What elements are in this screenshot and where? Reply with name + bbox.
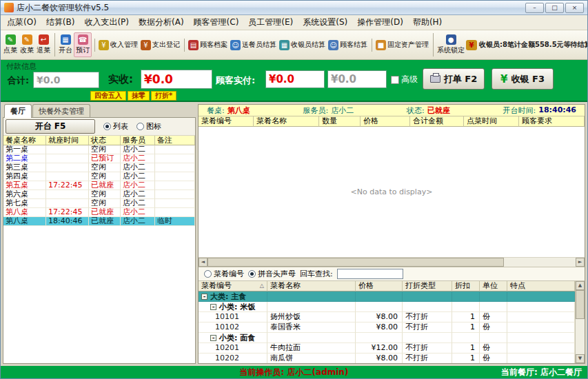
menu-row[interactable]: -小类: 米饭 (199, 302, 575, 312)
toolbar-button-label: 改菜 (20, 45, 34, 55)
toolbar-button[interactable]: ▦ 开台 (54, 33, 74, 57)
toolbar-button[interactable]: ▤ 顾客档案 (184, 39, 229, 52)
menu-row[interactable]: -10101 扬州炒饭 ¥8.00 不打折 1 份 (199, 312, 575, 322)
table-row[interactable]: 第四桌 空闲 店小二 (3, 172, 195, 181)
maximize-button[interactable]: □ (545, 3, 564, 13)
dish-search-input[interactable] (337, 269, 403, 279)
scroll-left-icon[interactable]: ◄ (199, 258, 207, 267)
horizontal-scrollbar[interactable]: ◄ ► (199, 258, 585, 267)
order-grid-header: 菜肴编号 菜肴名称 数量 价格 合计金额 点菜时间 顾客要求 (199, 116, 585, 127)
current-status-value: 已就座 (427, 105, 450, 116)
current-table-value: 第八桌 (227, 105, 250, 116)
discount-button[interactable]: 打折* (151, 91, 176, 101)
search-by-pinyin-radio[interactable]: 拼音头声母 (248, 269, 296, 279)
table-row[interactable]: 第六桌 空闲 店小二 (3, 190, 195, 199)
title-bar: 店小二餐饮管理软件v5.5 – □ × (1, 1, 587, 15)
menu-row[interactable]: -10102 泰国香米 ¥8.00 不打折 1 份 (199, 322, 575, 333)
collapse-icon[interactable]: - (210, 335, 216, 341)
menu-row[interactable]: -10201 牛肉拉面 ¥12.00 不打折 1 份 (199, 343, 575, 354)
printer-icon (430, 75, 440, 83)
minimize-button[interactable]: – (525, 3, 544, 13)
dish-menu-grid: 菜肴编号△ 菜肴名称 价格 打折类型 折扣 单位 特点 -大类: (199, 281, 575, 363)
table-row[interactable]: 第八桌 17:22:45 已就座 店小二 (3, 208, 195, 217)
table-row[interactable]: 第三桌 空闲 店小二 (3, 163, 195, 172)
customer-pay-label: 顾客实付: (216, 74, 255, 87)
open-time-value: 18:40:46 (538, 105, 576, 116)
tab-restaurant[interactable]: 餐厅 (4, 104, 32, 118)
table-row[interactable]: 第七桌 空闲 店小二 (3, 199, 195, 208)
advanced-checkbox[interactable]: 高级 (391, 74, 418, 85)
received-value[interactable]: ¥0.0 (141, 70, 212, 89)
toolbar-button[interactable]: ● 系统锁定 (433, 33, 466, 57)
table-row[interactable]: 第八桌 18:40:46 已就座 店小二 临时 (3, 217, 195, 226)
toolbar-button[interactable]: ✎ 改菜 (19, 33, 35, 57)
menu-item[interactable]: 收入支出(P) (79, 15, 134, 30)
customer-file-icon: ▤ (188, 40, 199, 50)
print-order-button[interactable]: 打单 F2 (423, 68, 485, 90)
sort-ascending-icon: △ (260, 281, 264, 291)
menu-item[interactable]: 数据分析(A) (134, 15, 189, 30)
status-bar: 当前操作员: 店小二(admin) 当前餐厅: 店小二餐厅 (1, 366, 587, 378)
menu-item[interactable]: 系统设置(S) (298, 15, 352, 30)
app-icon (4, 3, 14, 12)
menu-item[interactable]: 顾客管理(C) (189, 15, 244, 30)
menu-item[interactable]: 点菜(O) (2, 15, 41, 30)
radio-icon (248, 270, 256, 278)
collapse-icon[interactable]: - (201, 294, 207, 300)
scroll-down-icon[interactable]: ▼ (576, 354, 585, 363)
toolbar-button[interactable]: ▦ 收银员结算 (278, 39, 327, 52)
modify-dish-icon: ✎ (22, 34, 32, 45)
search-by-code-radio[interactable]: 菜肴编号 (204, 269, 244, 279)
tab-takeout[interactable]: 快餐外卖管理 (32, 104, 90, 118)
close-button[interactable]: × (565, 3, 584, 13)
erase-zero-button[interactable]: 抹零 (128, 91, 150, 101)
order-panel: 餐桌:第八桌 服务员:店小二 状态:已就座 开台时间:18:40:46 菜肴编号… (198, 104, 585, 364)
table-row[interactable]: 第一桌 空闲 店小二 (3, 145, 195, 154)
round-button[interactable]: 四舍五入 (90, 91, 126, 101)
scrollbar-thumb[interactable] (576, 290, 585, 319)
toolbar-button-label: 固定资产管理 (387, 40, 429, 50)
view-list-radio[interactable]: 列表 (103, 121, 128, 132)
toolbar-button-label: 开台 (59, 45, 72, 55)
toolbar-button[interactable]: ¥ 收入管理 (94, 39, 139, 52)
scrollbar-thumb[interactable] (207, 258, 504, 267)
menu-item[interactable]: 操作管理(D) (352, 15, 408, 30)
table-row[interactable]: 第二桌 已预订 店小二 (3, 154, 195, 163)
menu-row[interactable]: -小类: 面食 (199, 333, 575, 343)
collapse-icon[interactable]: - (210, 304, 216, 310)
toolbar-button[interactable]: ☺ 顾客结算 (327, 39, 369, 52)
income-management-icon: ¥ (99, 40, 109, 50)
customer-settlement-icon: ☺ (328, 40, 338, 50)
menu-bar: 点菜(O) 结算(B) 收入支出(P) 数据分析(A) 顾客管理(C) 员工管理… (1, 15, 587, 30)
menu-item[interactable]: 帮助(H) (408, 15, 447, 30)
menu-item[interactable]: 员工管理(E) (243, 15, 298, 30)
system-lock-icon: ● (446, 34, 456, 45)
toolbar-button-label: 顾客档案 (200, 40, 227, 50)
toolbar-button[interactable]: ¥ 支出登记 (139, 39, 181, 52)
open-table-button[interactable]: 开台 F5 (6, 119, 95, 134)
cashier-settlement-icon: ▦ (279, 40, 290, 50)
menu-item[interactable]: 结算(B) (41, 15, 80, 30)
cashier-button[interactable]: ¥ 收银 F3 (491, 68, 554, 90)
toolbar-button[interactable]: ■ 固定资产管理 (372, 39, 430, 52)
toolbar-button-label: 系统锁定 (437, 45, 465, 55)
view-icon-radio[interactable]: 图标 (136, 121, 161, 132)
radio-icon (136, 123, 144, 130)
window-title: 店小二餐饮管理软件v5.5 (17, 2, 109, 14)
toolbar-button[interactable]: ☎ 预订 (74, 32, 92, 57)
scroll-up-icon[interactable]: ▲ (576, 281, 585, 290)
customer-pay-value[interactable]: ¥0.0 (265, 70, 325, 88)
scroll-right-icon[interactable]: ► (576, 258, 585, 267)
table-row[interactable]: 第五桌 17:22:45 已就座 店小二 (3, 181, 195, 190)
menu-row[interactable]: -大类: 主食 (199, 291, 575, 302)
order-dish-icon: ✎ (6, 34, 16, 45)
toolbar-button-label: 支出登记 (152, 40, 180, 50)
main-area: 餐厅 快餐外卖管理 开台 F5 列表 图标 餐桌 (1, 102, 587, 366)
toolbar-button[interactable]: ↩ 退菜 (35, 33, 52, 57)
toolbar-button[interactable]: ☺ 送餐员结算 (229, 39, 278, 52)
vertical-scrollbar[interactable]: ▲ ▼ (575, 281, 585, 363)
menu-row[interactable]: -10202 南瓜饼 ¥8.00 不打折 1 份 (199, 354, 575, 363)
dish-menu-grid-header: 菜肴编号△ 菜肴名称 价格 打折类型 折扣 单位 特点 (199, 281, 575, 291)
search-label: 回车查找: (300, 269, 333, 279)
toolbar-button[interactable]: ✎ 点菜 (2, 33, 19, 57)
